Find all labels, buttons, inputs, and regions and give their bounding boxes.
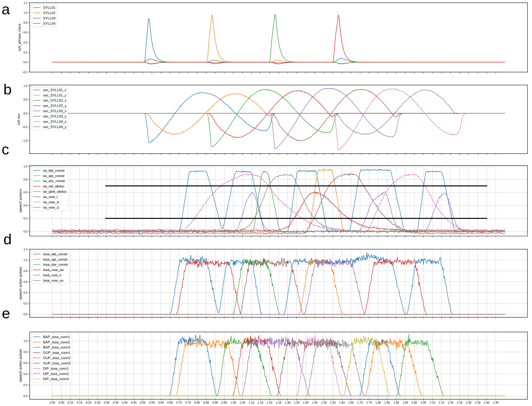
svg-text:0.15: 0.15 [77,401,82,404]
svg-text:0.05: 0.05 [58,401,64,404]
svg-text:BAP_tosa_conn3: BAP_tosa_conn3 [43,345,70,349]
svg-text:0.4: 0.4 [23,204,28,207]
svg-text:SYLL01: SYLL01 [43,6,56,10]
svg-text:0.25: 0.25 [95,401,101,404]
svg-text:0.65: 0.65 [167,401,173,404]
svg-text:d: d [3,231,12,247]
svg-text:1.95: 1.95 [403,401,408,404]
svg-text:osc_SYLL02_y: osc_SYLL02_y [43,104,66,108]
svg-text:1.80: 1.80 [375,401,381,404]
svg-text:sa_glott_abduc: sa_glott_abduc [43,190,67,194]
svg-text:tosa_dor_constr: tosa_dor_constr [43,263,68,267]
svg-text:1.0: 1.0 [23,11,28,14]
svg-text:0.8: 0.8 [23,350,28,354]
svg-text:1.90: 1.90 [393,401,399,404]
svg-text:0.6: 0.6 [23,191,28,194]
svg-text:tosa_vow_aa: tosa_vow_aa [43,268,64,272]
svg-text:0.8: 0.8 [23,269,28,273]
svg-text:−1.0: −1.0 [22,139,28,142]
svg-text:osc_SYLL04_y: osc_SYLL04_y [43,125,66,129]
svg-text:0.0: 0.0 [23,112,28,115]
svg-text:1.05: 1.05 [240,401,245,404]
svg-text:0.90: 0.90 [212,401,218,404]
svg-text:sa_dor_constr: sa_dor_constr [43,179,65,183]
svg-text:SYLL02: SYLL02 [43,11,56,15]
svg-text:SYLL04: SYLL04 [43,22,56,25]
svg-text:a: a [2,1,10,17]
svg-text:0.4: 0.4 [23,372,28,376]
svg-text:0.4: 0.4 [23,291,28,294]
svg-text:-0.2: -0.2 [22,71,28,74]
svg-text:0.40: 0.40 [122,401,128,404]
svg-text:1.2: 1.2 [23,247,28,251]
svg-text:1.0: 1.0 [23,339,28,343]
svg-text:osc_SYLL03_y: osc_SYLL03_y [43,114,66,118]
svg-text:0.0: 0.0 [23,394,28,398]
svg-text:0.10: 0.10 [68,401,73,404]
svg-text:syll_phrase_trans: syll_phrase_trans [17,23,22,51]
svg-text:0.50: 0.50 [140,401,146,404]
svg-text:1.75: 1.75 [366,401,372,404]
svg-text:0.4: 0.4 [23,41,28,44]
svg-text:0.2: 0.2 [23,51,28,54]
svg-text:syll osc: syll osc [16,114,21,125]
svg-text:osc_SYLL01_x: osc_SYLL01_x [43,88,66,92]
svg-text:1.35: 1.35 [294,401,300,404]
svg-text:0.5: 0.5 [23,98,28,101]
svg-text:1.60: 1.60 [339,401,345,404]
svg-text:speech action pulses: speech action pulses [18,267,22,300]
svg-text:0.55: 0.55 [149,401,155,404]
svg-text:osc_SYLL03_x: osc_SYLL03_x [43,109,66,113]
svg-text:sa_lab_constr: sa_lab_constr [43,169,65,173]
svg-text:1.0: 1.0 [23,84,28,87]
svg-text:SYLL03: SYLL03 [43,16,56,20]
svg-text:2.25: 2.25 [457,401,462,404]
svg-text:osc_SYLL01_y: osc_SYLL01_y [43,93,66,97]
svg-text:1.50: 1.50 [321,401,327,404]
svg-text:1.0: 1.0 [23,258,28,262]
svg-text:0.0: 0.0 [23,313,28,316]
svg-text:e: e [2,305,10,321]
svg-text:sa_vow_U: sa_vow_U [43,206,59,210]
svg-text:tosa_lab_constr: tosa_lab_constr [43,252,68,256]
svg-text:0.45: 0.45 [131,401,137,404]
svg-text:sa_api_constr: sa_api_constr [43,174,65,178]
svg-text:1.30: 1.30 [285,401,291,404]
svg-text:1.65: 1.65 [348,401,354,404]
svg-text:1.10: 1.10 [249,401,254,404]
svg-text:0.8: 0.8 [23,21,28,24]
svg-text:1.00: 1.00 [231,401,236,404]
svg-text:2.35: 2.35 [475,401,481,404]
svg-text:2.15: 2.15 [439,401,444,404]
svg-text:sa_vow_I: sa_vow_I [43,195,58,199]
svg-text:osc_SYLL02_x: osc_SYLL02_x [43,99,66,102]
svg-text:1.25: 1.25 [276,401,281,404]
svg-text:0.75: 0.75 [185,401,191,404]
svg-text:2.10: 2.10 [430,401,435,404]
svg-text:osc_SYLL04_x: osc_SYLL04_x [43,120,66,123]
svg-text:speech action pulses: speech action pulses [18,349,22,382]
svg-text:DIP_tosa_conn3: DIP_tosa_conn3 [43,377,69,381]
svg-text:0.85: 0.85 [203,401,209,404]
svg-text:tosa_api_constr: tosa_api_constr [43,258,68,261]
svg-text:1.45: 1.45 [312,401,318,404]
svg-text:0.80: 0.80 [194,401,200,404]
svg-text:2.30: 2.30 [466,401,471,404]
svg-text:0.6: 0.6 [23,361,28,365]
svg-text:speech actions: speech actions [18,189,22,213]
svg-text:c: c [2,141,9,157]
svg-text:2.20: 2.20 [448,401,453,404]
svg-text:DIP_tosa_conn2: DIP_tosa_conn2 [43,372,69,376]
svg-text:sa_vow_A: sa_vow_A [43,200,59,204]
svg-text:0.0: 0.0 [23,230,28,233]
svg-text:0.35: 0.35 [113,401,119,404]
svg-text:0.2: 0.2 [23,217,28,220]
svg-text:0.60: 0.60 [158,401,164,404]
svg-text:2.45: 2.45 [493,401,499,404]
svg-text:0.8: 0.8 [23,178,28,181]
svg-text:0.00: 0.00 [50,401,55,404]
svg-text:1.0: 1.0 [23,165,28,168]
svg-text:BAP_tosa_conn1: BAP_tosa_conn1 [43,335,70,339]
svg-text:0.6: 0.6 [23,31,28,34]
svg-text:GUP_tosa_conn2: GUP_tosa_conn2 [43,356,71,360]
